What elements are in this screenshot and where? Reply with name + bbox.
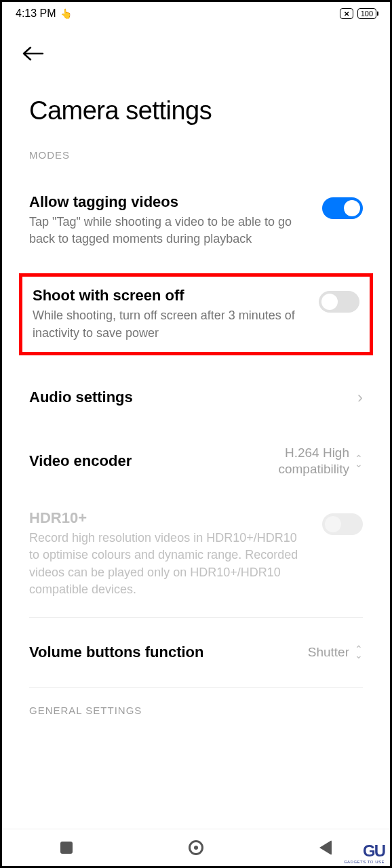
setting-audio[interactable]: Audio settings › [29,369,363,426]
setting-title: Allow tagging videos [29,193,309,211]
watermark-logo: GU [363,842,385,861]
toggle-hdr10 [322,513,363,535]
toggle-screen-off[interactable] [319,291,359,313]
status-right: ✕ 100 [340,8,376,19]
setting-title: Volume buttons function [29,644,203,661]
rotation-lock-icon: ✕ [340,8,353,19]
section-general-header: GENERAL SETTINGS [29,705,363,716]
page-title: Camera settings [2,66,390,149]
setting-hdr10: HDR10+ Record high resolution videos in … [29,497,363,610]
setting-video-encoder[interactable]: Video encoder H.264 High compatibility ⌃… [29,426,363,497]
setting-value: Shutter ⌃⌄ [308,645,363,660]
setting-text: HDR10+ Record high resolution videos in … [29,509,322,598]
toggle-tagging-videos[interactable] [322,197,363,219]
setting-shoot-screen-off[interactable]: Shoot with screen off While shooting, tu… [33,287,359,341]
touch-icon: 👆 [60,8,72,19]
navigation-bar [2,829,390,866]
divider [29,687,363,688]
status-bar: 4:13 PM 👆 ✕ 100 [2,2,390,22]
battery-indicator: 100 [357,8,376,19]
setting-title: HDR10+ [29,509,309,527]
toggle-knob [325,516,341,532]
nav-home-button[interactable] [187,838,205,857]
setting-desc: While shooting, turn off screen after 3 … [33,307,305,341]
setting-text: Allow tagging videos Tap "Tag" while sho… [29,193,322,248]
setting-text: Shoot with screen off While shooting, tu… [33,287,319,341]
setting-volume-buttons[interactable]: Volume buttons function Shutter ⌃⌄ [29,625,363,680]
watermark-text: GADGETS TO USE [344,860,385,864]
highlight-annotation: Shoot with screen off While shooting, tu… [19,273,373,355]
circle-icon [189,840,203,855]
toggle-knob [321,294,338,310]
setting-title: Shoot with screen off [33,287,305,304]
section-modes-header: MODES [29,149,363,161]
content: MODES Allow tagging videos Tap "Tag" whi… [2,149,390,716]
back-button[interactable] [22,43,376,66]
nav-back-button[interactable] [316,838,335,857]
divider [29,617,363,618]
chevron-right-icon: › [357,388,363,407]
chevron-updown-icon: ⌃⌄ [355,646,363,658]
status-left: 4:13 PM 👆 [16,7,72,20]
setting-value: H.264 High compatibility ⌃⌄ [261,445,363,478]
setting-desc: Record high resolution videos in HDR10+/… [29,530,309,598]
status-time: 4:13 PM [16,7,56,20]
setting-tagging-videos[interactable]: Allow tagging videos Tap "Tag" while sho… [29,181,363,260]
setting-title: Video encoder [29,452,132,470]
setting-title: Audio settings [29,389,133,406]
nav-recent-button[interactable] [57,838,76,857]
triangle-icon [319,840,332,855]
toggle-knob [344,200,360,216]
header [2,22,390,66]
chevron-updown-icon: ⌃⌄ [355,456,363,467]
square-icon [60,842,73,854]
setting-desc: Tap "Tag" while shooting a video to be a… [29,214,309,248]
